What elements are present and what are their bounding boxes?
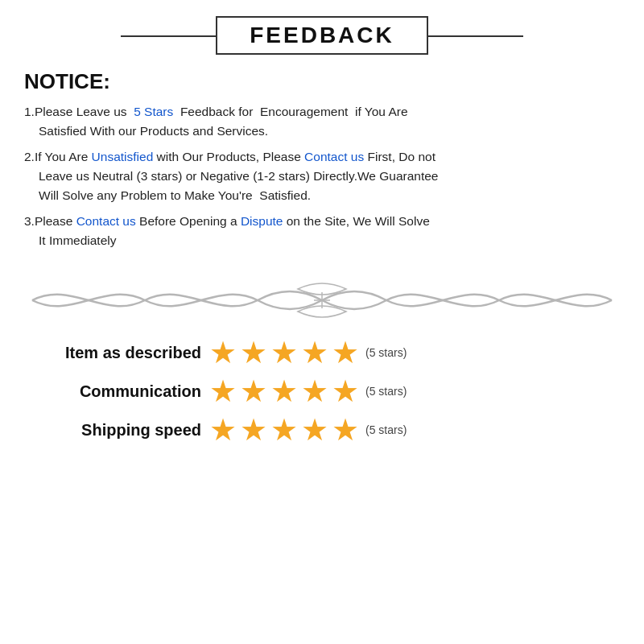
star-3: ★ (270, 376, 298, 407)
notice-item-3: 3.Please Contact us Before Opening a Dis… (24, 212, 620, 250)
star-5: ★ (332, 415, 359, 445)
star-1: ★ (209, 337, 237, 368)
star-5: ★ (332, 337, 359, 368)
rating-row-communication: Communication ★ ★ ★ ★ ★ (5 stars) (24, 376, 620, 407)
notice-list: 1.Please Leave us 5 Stars Feedback for E… (24, 102, 620, 250)
stars-icons-item-as-described: ★ ★ ★ ★ ★ (5 stars) (209, 337, 407, 368)
feedback-title: FEEDBACK (216, 16, 428, 55)
star-5: ★ (332, 376, 359, 407)
notice-item-2: 2.If You Are Unsatisfied with Our Produc… (24, 147, 620, 205)
star-2: ★ (240, 337, 267, 368)
stars-section: Item as described ★ ★ ★ ★ ★ (5 stars) Co… (24, 337, 620, 445)
star-3: ★ (270, 337, 298, 368)
rating-row-item-as-described: Item as described ★ ★ ★ ★ ★ (5 stars) (24, 337, 620, 368)
notice-title: NOTICE: (24, 69, 620, 94)
star-4: ★ (301, 376, 328, 407)
notice-item-2-text: 2.If You Are Unsatisfied with Our Produc… (24, 150, 620, 205)
notice-item-1-text: 1.Please Leave us 5 Stars Feedback for E… (24, 105, 620, 141)
stars-count-item-as-described: (5 stars) (365, 346, 407, 359)
star-4: ★ (301, 415, 328, 445)
notice-item-3-text: 3.Please Contact us Before Opening a Dis… (24, 214, 620, 250)
notice-highlight-unsatisfied: Unsatisfied (92, 150, 154, 163)
star-4: ★ (301, 337, 328, 368)
notice-highlight-contact1: Contact us (304, 150, 364, 163)
stars-icons-shipping-speed: ★ ★ ★ ★ ★ (5 stars) (209, 415, 407, 445)
notice-highlight-contact2: Contact us (76, 214, 136, 228)
notice-item-2-line2: Leave us Neutral (3 stars) or Negative (… (24, 167, 620, 186)
star-2: ★ (240, 415, 267, 445)
feedback-header: FEEDBACK (24, 16, 620, 55)
decorative-divider (24, 276, 620, 324)
divider-svg (24, 276, 620, 324)
notice-section: NOTICE: 1.Please Leave us 5 Stars Feedba… (24, 69, 620, 257)
notice-item-2-line3: Will Solve any Problem to Make You're Sa… (24, 186, 620, 205)
stars-count-communication: (5 stars) (365, 385, 407, 398)
rating-label-communication: Communication (24, 382, 201, 401)
rating-row-shipping-speed: Shipping speed ★ ★ ★ ★ ★ (5 stars) (24, 415, 620, 445)
notice-item-3-line2: It Immediately (24, 231, 620, 250)
page: FEEDBACK NOTICE: 1.Please Leave us 5 Sta… (0, 0, 644, 644)
star-2: ★ (240, 376, 267, 407)
rating-label-shipping-speed: Shipping speed (24, 421, 201, 440)
rating-label-item-as-described: Item as described (24, 344, 201, 362)
stars-icons-communication: ★ ★ ★ ★ ★ (5 stars) (209, 376, 407, 407)
notice-highlight-5stars: 5 Stars (134, 105, 173, 118)
notice-item-1-line2: Satisfied With our Products and Services… (24, 122, 620, 141)
notice-highlight-dispute: Dispute (241, 214, 283, 228)
stars-count-shipping-speed: (5 stars) (365, 423, 407, 436)
star-1: ★ (209, 376, 237, 407)
star-1: ★ (209, 415, 237, 445)
notice-item-1: 1.Please Leave us 5 Stars Feedback for E… (24, 102, 620, 141)
star-3: ★ (270, 415, 298, 445)
